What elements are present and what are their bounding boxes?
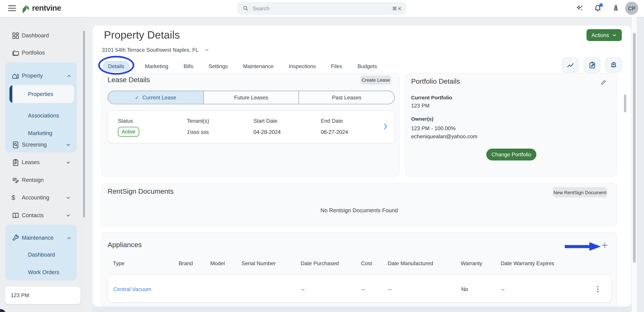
sidebar-subitem-label: Properties bbox=[28, 91, 53, 97]
create-lease-button[interactable]: Create Lease bbox=[360, 75, 391, 84]
folder-icon bbox=[12, 49, 20, 57]
appliances-title: Appliances bbox=[108, 241, 142, 249]
actions-button[interactable]: Actions bbox=[586, 29, 622, 41]
active-indicator-bar bbox=[10, 85, 12, 103]
lease-segmented-control: ✓ Current Lease Future Leases Past Lease… bbox=[108, 91, 395, 104]
sidebar-item-label: Screening bbox=[22, 142, 47, 148]
lease-details-panel: Lease Details Create Lease ✓ Current Lea… bbox=[102, 73, 400, 176]
segment-past-leases[interactable]: Past Leases bbox=[299, 91, 394, 104]
rocket-icon[interactable] bbox=[612, 4, 620, 13]
sidebar-item-label: Leases bbox=[22, 159, 40, 165]
sidebar-item-property[interactable]: Property bbox=[6, 67, 77, 84]
user-avatar[interactable]: CP bbox=[625, 2, 638, 15]
tab-budgets[interactable]: Budgets bbox=[358, 63, 377, 69]
search-shortcut: ⌘ K bbox=[392, 5, 402, 11]
search-icon bbox=[242, 5, 249, 12]
notifications-bell-icon[interactable] bbox=[594, 4, 602, 13]
sidebar-item-label: Property bbox=[22, 73, 43, 79]
add-appliance-plus-icon[interactable] bbox=[601, 242, 608, 249]
sidebar-item-accounting[interactable]: $ Accounting bbox=[0, 189, 82, 206]
chevron-up-icon bbox=[66, 72, 72, 79]
owner-link[interactable]: 123 PM bbox=[411, 125, 430, 131]
sidebar-item-work-orders[interactable]: Work Orders bbox=[6, 264, 77, 281]
sidebar-item-rentsign[interactable]: Rentsign bbox=[0, 171, 82, 189]
rentsign-title: RentSign Documents bbox=[108, 188, 174, 196]
wrench-icon bbox=[12, 234, 20, 242]
tab-details[interactable]: Details bbox=[103, 61, 130, 72]
page-title: Property Details bbox=[104, 29, 180, 41]
column-header-date-purchased: Date Purchased bbox=[301, 260, 339, 266]
bell-plus-button[interactable] bbox=[605, 57, 622, 73]
sidebar-item-label: Rentsign bbox=[22, 177, 44, 183]
appliance-warranty-value: No bbox=[461, 286, 468, 292]
column-header-serial-number: Serial Number bbox=[242, 260, 276, 266]
rentsign-empty-message: No Rentsign Documents Found bbox=[102, 207, 616, 213]
lease-row[interactable]: Status Tenant(s) Start Date End Date Act… bbox=[108, 110, 395, 143]
sidebar-item-screening[interactable]: Screening bbox=[0, 136, 82, 153]
sidebar-item-contacts[interactable]: Contacts bbox=[0, 207, 82, 224]
sidebar-item-maintenance-dashboard[interactable]: Dashboard bbox=[6, 246, 77, 264]
dashboard-icon bbox=[12, 31, 20, 40]
tab-bills[interactable]: Bills bbox=[184, 63, 193, 69]
sidebar-subitem-label: Associations bbox=[28, 112, 59, 118]
change-portfolio-button[interactable]: Change Portfolio bbox=[486, 149, 536, 160]
column-header-brand: Brand bbox=[178, 260, 193, 266]
owners-label: Owner(s) bbox=[411, 116, 434, 122]
top-bar: rentvine ⌘ K bbox=[0, 0, 644, 17]
portfolio-switcher[interactable]: 123 PM bbox=[5, 287, 80, 304]
address-chevron-down-icon[interactable] bbox=[204, 47, 210, 52]
sidebar-scrollbar[interactable] bbox=[83, 31, 85, 218]
notification-badge bbox=[599, 3, 603, 7]
sidebar-item-leases[interactable]: Leases bbox=[0, 153, 82, 171]
content-scrollbar[interactable] bbox=[624, 94, 626, 113]
property-icon bbox=[12, 72, 20, 80]
segment-future-leases[interactable]: Future Leases bbox=[204, 91, 299, 104]
sidebar-item-properties[interactable]: Properties bbox=[10, 85, 74, 103]
segment-label: Future Leases bbox=[234, 94, 268, 101]
trend-chart-button[interactable] bbox=[562, 57, 579, 73]
tab-marketing[interactable]: Marketing bbox=[145, 63, 168, 69]
sidebar-item-label: Accounting bbox=[22, 195, 49, 201]
page-scrollbar[interactable] bbox=[633, 33, 636, 263]
main-content: Property Details 3101 54th Terrace South… bbox=[86, 17, 644, 312]
chevron-right-icon[interactable] bbox=[384, 123, 388, 130]
brand-logo[interactable]: rentvine bbox=[21, 3, 61, 13]
appliance-row[interactable]: Central Vacuum -- -- -- No -- bbox=[108, 275, 612, 303]
current-portfolio-link[interactable]: 123 PM bbox=[411, 103, 430, 109]
owner-email: echeniquealan@yahoo.com bbox=[411, 133, 478, 139]
tab-maintenance[interactable]: Maintenance bbox=[243, 63, 274, 69]
dollar-icon: $ bbox=[12, 194, 20, 202]
portfolio-switcher-label: 123 PM bbox=[11, 292, 29, 298]
actions-button-label: Actions bbox=[592, 32, 609, 38]
app-window: rentvine ⌘ K bbox=[0, 0, 644, 312]
chevron-down-icon bbox=[65, 159, 72, 166]
chevron-up-icon bbox=[66, 235, 72, 241]
property-address: 3101 54th Terrace Southwest Naples, FL bbox=[102, 47, 198, 53]
new-rentsign-document-button[interactable]: New RentSign Document bbox=[553, 187, 607, 197]
hamburger-menu-icon[interactable] bbox=[8, 5, 16, 11]
tab-files[interactable]: Files bbox=[331, 63, 342, 69]
tab-settings[interactable]: Settings bbox=[208, 63, 228, 69]
appliance-type-link[interactable]: Central Vacuum bbox=[113, 286, 151, 292]
segment-label: Current Lease bbox=[142, 94, 176, 101]
edit-pencil-icon[interactable] bbox=[600, 79, 606, 86]
sidebar-item-portfolios[interactable]: Portfolios bbox=[0, 44, 82, 61]
search-input[interactable] bbox=[253, 5, 389, 11]
brand-name: rentvine bbox=[32, 4, 61, 13]
global-search[interactable]: ⌘ K bbox=[238, 2, 407, 15]
segment-current-lease[interactable]: ✓ Current Lease bbox=[108, 91, 204, 104]
owner-share: - 100.00% bbox=[431, 125, 456, 131]
portfolio-details-panel: Portfolio Details Current Portfolio 123 … bbox=[406, 73, 617, 176]
page-background-strip bbox=[92, 307, 631, 312]
sidebar-item-associations[interactable]: Associations bbox=[6, 107, 77, 124]
sidebar-item-dashboard[interactable]: Dashboard bbox=[0, 27, 82, 44]
column-header-status: Status bbox=[118, 118, 133, 124]
row-menu-kebab-icon[interactable] bbox=[594, 285, 602, 294]
sidebar-item-maintenance[interactable]: Maintenance bbox=[6, 229, 77, 247]
column-header-model: Model bbox=[210, 260, 225, 266]
tab-inspections[interactable]: Inspections bbox=[289, 63, 316, 69]
ai-sparkle-icon[interactable] bbox=[576, 4, 584, 13]
chevron-down-icon bbox=[65, 212, 72, 219]
sidebar: Dashboard Portfolios bbox=[0, 17, 86, 312]
notes-clipboard-button[interactable] bbox=[584, 57, 600, 73]
